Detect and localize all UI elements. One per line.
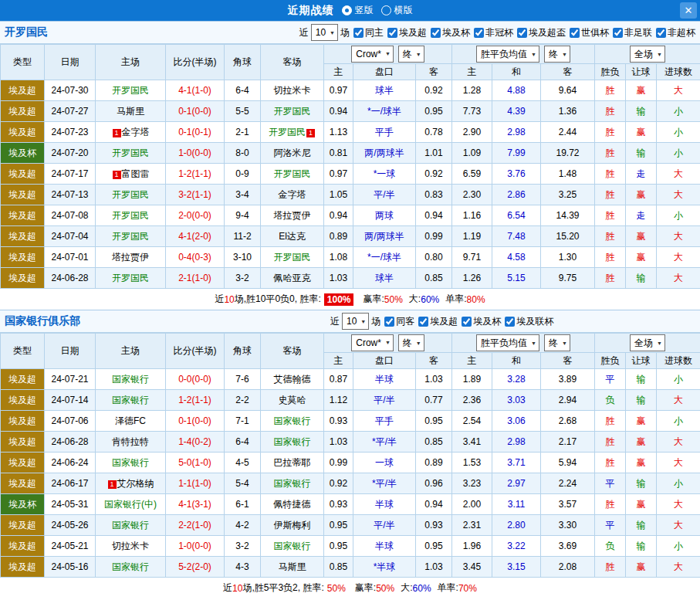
scope-select[interactable]: 全场▼ [630,46,665,63]
europe-stage-select[interactable]: 终▼ [544,46,570,63]
home-team-name: 国家银行 [112,395,149,405]
home-team: 马斯里 [96,101,166,122]
dropdown-arrow-icon: ▼ [385,51,391,56]
handicap-home-odds: 0.97 [324,164,353,185]
table-row: 埃及超24-07-30开罗国民4-1(1-0)6-4切拉米卡0.97球半0.92… [1,80,700,101]
match-count-select[interactable]: 10▼ [311,24,338,41]
home-team: 国家银行 [96,515,166,536]
result-winloss: 胜 [595,143,626,164]
filter-option[interactable]: 埃及超 [387,26,427,39]
filter-option[interactable]: 同主 [353,26,384,39]
match-type: 埃及超 [1,557,45,578]
score: 1-4(0-2) [166,432,225,453]
europe-home-odds: 1.89 [452,369,492,390]
stat-label: 大: [401,581,412,595]
filter-option[interactable]: 埃及联杯 [505,315,553,328]
corner-score: 6-4 [225,80,261,101]
away-team-name: 开罗国民 [269,127,306,137]
filter-checkbox[interactable] [656,28,666,38]
sub-header: 客 [416,353,452,369]
home-team: 国家银行 [96,369,166,390]
filter-option[interactable]: 同客 [384,315,414,328]
match-count-select[interactable]: 10▼ [342,313,369,330]
filter-checkbox[interactable] [570,28,580,38]
filter-option[interactable]: 非冠杯 [474,26,513,39]
filter-checkbox[interactable] [353,28,364,38]
filter-label: 同主 [365,26,384,39]
europe-home-odds: 2.31 [452,515,492,536]
window-title: 近期战绩 [288,4,334,18]
handicap-home-odds: 0.94 [324,205,353,226]
filter-checkbox[interactable] [418,317,428,327]
summary-lead: 近 [223,581,232,595]
sub-header: 进球数 [657,64,700,80]
europe-stage-select[interactable]: 终▼ [544,334,570,351]
filter-checkbox[interactable] [517,28,527,38]
away-team: 开罗国民1 [261,122,324,143]
handicap-away-odds: 0.85 [416,432,452,453]
scope-select[interactable]: 全场▼ [630,334,665,351]
filter-checkbox[interactable] [505,317,515,327]
result-winloss: 胜 [595,80,626,101]
match-type: 埃及杯 [1,494,45,515]
filter-checkbox[interactable] [613,28,623,38]
filter-option[interactable]: 非足联 [613,26,652,39]
match-type: 埃及超 [1,226,45,247]
radio-horizontal-label: 横版 [394,4,413,17]
result-winloss: 胜 [595,164,626,185]
result-handicap: 赢 [626,80,657,101]
score: 0-1(0-1) [166,122,225,143]
filter-checkbox[interactable] [431,28,441,38]
bookmaker-select[interactable]: Crow*▼ [351,334,394,351]
filter-option[interactable]: 埃及超盃 [517,26,566,39]
near-label: 近 [330,315,340,328]
filter-option[interactable]: 世俱杯 [570,26,609,39]
radio-horizontal[interactable]: 横版 [381,4,413,17]
away-team: 开罗国民 [261,164,324,185]
handicap-stage-select[interactable]: 终▼ [398,46,424,63]
col-header: 角球 [225,45,261,80]
filter-checkbox[interactable] [387,28,397,38]
corner-score: 4-3 [225,557,261,578]
away-team: 塔拉贾伊 [261,205,324,226]
red-card-badge: 1 [108,480,117,489]
away-team: 艾德翰德 [261,369,324,390]
dropdown-arrow-icon: ▼ [657,52,662,57]
europe-away-odds: 5.94 [541,453,595,473]
filter-option[interactable]: 埃及杯 [431,26,470,39]
away-team-name: 开罗国民 [274,252,311,263]
handicap-stage-select[interactable]: 终▼ [398,334,424,351]
filter-checkbox[interactable] [474,28,484,38]
radio-vertical[interactable]: 竖版 [342,4,374,17]
filter-checkbox[interactable] [384,317,394,327]
match-type: 埃及超 [1,411,45,432]
handicap-line: 两/两球半 [353,143,416,164]
europe-odds-select[interactable]: 胜平负均值▼ [476,334,539,351]
europe-draw-odds: 4.88 [492,80,541,101]
filter-option[interactable]: 埃及杯 [462,315,501,328]
filter-label: 埃及杯 [442,26,470,39]
sub-header: 盘口 [353,353,416,369]
stat-value: 60% [421,294,439,305]
sub-header: 让球 [626,353,657,369]
result-handicap: 赢 [626,494,657,515]
table-row: 埃及超24-07-171富图雷1-2(1-1)0-9开罗国民0.97*一球0.9… [1,164,700,185]
handicap-away-odds: 0.92 [416,164,452,185]
handicap-line: *一/球半 [353,101,416,122]
filter-checkbox[interactable] [462,317,472,327]
bookmaker-select[interactable]: Crow*▼ [351,46,394,63]
filter-option[interactable]: 埃及超 [418,315,458,328]
away-team-name: 史莫哈 [279,395,306,405]
away-team-name: 巴拉蒂耶 [274,457,311,468]
score: 1-0(0-0) [166,143,225,164]
header-row-1: 类型日期主场比分(半场)角球客场Crow*▼终▼胜平负均值▼终▼全场▼ [1,334,700,353]
close-button[interactable]: ✕ [680,2,697,19]
filter-bar: 近10▼场同主埃及超埃及杯非冠杯埃及超盃世俱杯非足联非超杯 [299,24,695,41]
result-winloss: 胜 [595,432,626,453]
sub-header: 和 [492,353,541,369]
europe-odds-select[interactable]: 胜平负均值▼ [476,46,539,63]
titlebar-center: 近期战绩 竖版 横版 [288,4,413,18]
away-team: El达克 [261,226,324,247]
filter-option[interactable]: 非超杯 [656,26,695,39]
europe-draw-odds: 3.11 [492,494,541,515]
